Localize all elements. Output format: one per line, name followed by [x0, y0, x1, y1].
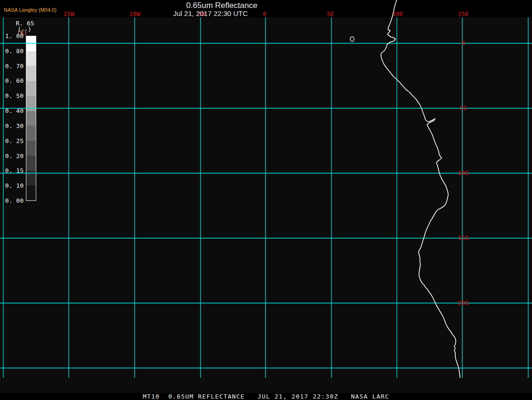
lat-label-15S: 15S: [458, 235, 468, 241]
island-outline: [350, 37, 354, 41]
lat-label-5S: 5S: [459, 105, 467, 112]
lat-label-0: 0: [461, 40, 465, 47]
lon-label-10W: 10W: [129, 11, 140, 17]
timestamp-label: Jul 21, 2017 22:30 UTC: [173, 9, 248, 17]
colorbar-tick-100: 1. 00: [1, 32, 24, 40]
colorbar-tick-040: 0. 40: [1, 107, 24, 114]
colorbar-tick-080: 0. 80: [1, 48, 24, 55]
source-label: NASA Langley (M04.0): [4, 7, 56, 13]
lat-label-10S: 10S: [458, 170, 468, 176]
lon-label-0: 0: [263, 11, 266, 17]
colorbar-units: (--): [18, 26, 32, 33]
colorbar-tick-025: 0. 25: [1, 137, 24, 144]
lon-label-15W: 15W: [63, 11, 74, 17]
lon-label-10E: 10E: [392, 11, 403, 17]
lat-label-20S: 20S: [458, 300, 468, 306]
footer-bar: MT10 0.65UM REFLECTANCE JUL 21, 2017 22:…: [0, 393, 532, 400]
satellite-reflectance-viewer: R. 65 (K) (--) 1. 000. 800. 700. 600. 50…: [0, 0, 532, 400]
colorbar-tick-070: 0. 70: [1, 63, 24, 70]
map-svg: [0, 0, 532, 400]
page-title: 0.65um Reflectance: [186, 1, 257, 10]
colorbar-tick-010: 0. 10: [1, 182, 24, 189]
colorbar-tick-060: 0. 60: [1, 77, 24, 84]
colorbar-tick-000: 0. 00: [1, 197, 24, 204]
colorbar-tick-020: 0. 20: [1, 152, 24, 160]
colorbar-tick-030: 0. 30: [1, 122, 24, 129]
colorbar-tick-015: 0. 15: [1, 167, 24, 174]
lon-label-5E: 5E: [327, 11, 334, 17]
colorbar-title: R. 65: [16, 20, 34, 27]
lon-label-15E: 15E: [458, 11, 468, 17]
coastline: [381, 0, 460, 378]
footer-text: MT10 0.65UM REFLECTANCE JUL 21, 2017 22:…: [0, 393, 532, 400]
colorbar-tick-050: 0. 50: [1, 92, 24, 99]
